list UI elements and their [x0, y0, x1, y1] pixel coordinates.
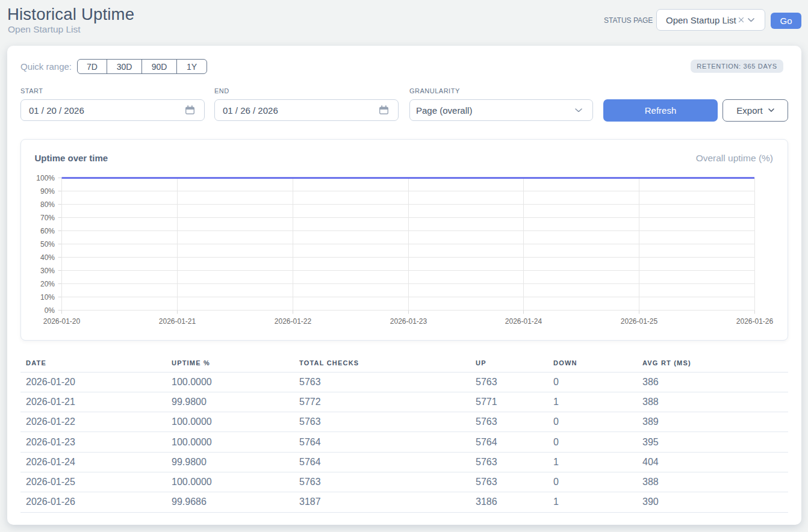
- svg-text:90%: 90%: [40, 187, 55, 196]
- svg-text:40%: 40%: [40, 253, 55, 262]
- svg-text:50%: 50%: [40, 240, 55, 249]
- svg-text:60%: 60%: [40, 227, 55, 235]
- svg-text:100%: 100%: [36, 174, 55, 182]
- svg-text:80%: 80%: [40, 200, 55, 209]
- svg-text:2026-01-22: 2026-01-22: [275, 317, 312, 326]
- svg-text:2026-01-20: 2026-01-20: [43, 317, 81, 326]
- svg-text:2026-01-26: 2026-01-26: [736, 317, 774, 326]
- svg-text:70%: 70%: [40, 214, 55, 222]
- svg-text:30%: 30%: [40, 267, 55, 275]
- svg-text:2026-01-25: 2026-01-25: [621, 317, 658, 326]
- svg-text:2026-01-23: 2026-01-23: [390, 317, 427, 326]
- svg-text:10%: 10%: [40, 293, 55, 302]
- svg-text:20%: 20%: [40, 280, 55, 288]
- svg-text:0%: 0%: [45, 306, 55, 315]
- svg-text:2026-01-24: 2026-01-24: [505, 317, 542, 326]
- svg-text:2026-01-21: 2026-01-21: [159, 317, 196, 326]
